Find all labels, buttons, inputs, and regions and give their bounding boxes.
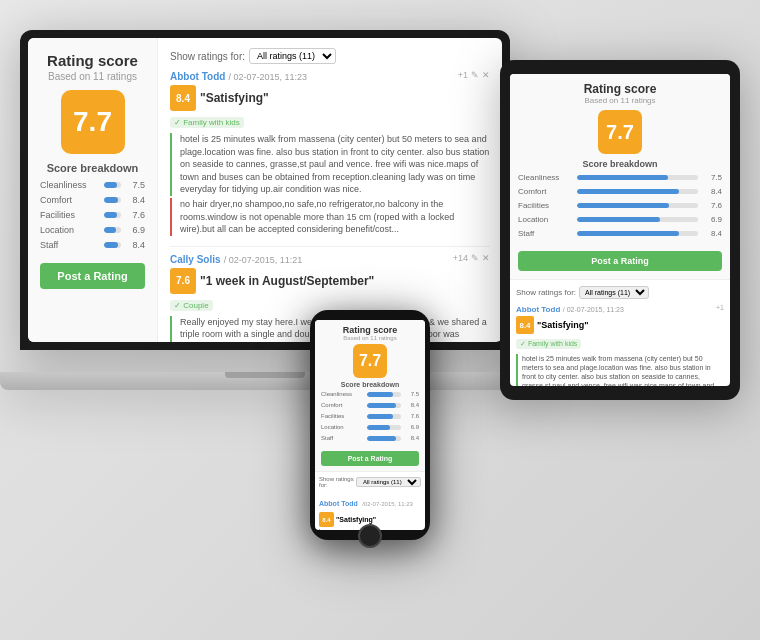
laptop-review2-edit-icon[interactable]: ✎	[471, 253, 479, 263]
phone-r1-header: Abbot Todd /02-07-2015, 11:23	[319, 492, 413, 510]
laptop-review1-tag: ✓ Family with kids	[170, 117, 244, 128]
tablet-r1-title: "Satisfying"	[537, 320, 589, 330]
laptop-bar-bg-staff	[104, 242, 121, 248]
laptop-breakdown-cleanliness: Cleanliness 7.5	[40, 180, 145, 190]
laptop-right-panel: Show ratings for: All ratings (11) Abbot…	[158, 38, 502, 342]
tablet-staff-fill	[577, 231, 679, 236]
laptop-review2-author: Cally Solis	[170, 254, 221, 265]
laptop-breakdown-label-cleanliness: Cleanliness	[40, 180, 100, 190]
laptop-show-ratings-label: Show ratings for:	[170, 51, 245, 62]
laptop-review1-delete-icon[interactable]: ✕	[482, 70, 490, 80]
laptop-review1-edit-icon[interactable]: ✎	[471, 70, 479, 80]
phone-staff-label: Staff	[321, 435, 363, 441]
phone-location-bg	[367, 425, 401, 430]
laptop-breakdown-staff: Staff 8.4	[40, 240, 145, 250]
tablet-comfort-bg	[577, 189, 698, 194]
laptop-review1-vote-icon[interactable]: +1	[458, 70, 468, 80]
tablet-comfort-val: 8.4	[702, 187, 722, 196]
phone-subtitle: Based on 11 ratings	[321, 335, 419, 341]
tablet-location-row: Location 6.9	[518, 215, 722, 224]
phone-cleanliness-fill	[367, 392, 393, 397]
laptop-breakdown-label-staff: Staff	[40, 240, 100, 250]
phone-r1-title: "Satisfying"	[336, 516, 376, 523]
phone-post-button[interactable]: Post a Rating	[321, 451, 419, 466]
phone-filter-select[interactable]: All ratings (11)	[356, 477, 421, 487]
laptop-breakdown-val-comfort: 8.4	[125, 195, 145, 205]
laptop-bar-fill-comfort	[104, 197, 118, 203]
phone-r1-date: /02-07-2015, 11:23	[362, 501, 413, 507]
phone-location-val: 6.9	[405, 424, 419, 430]
laptop-review2-delete-icon[interactable]: ✕	[482, 253, 490, 263]
laptop-breakdown-val-cleanliness: 7.5	[125, 180, 145, 190]
laptop-widget-title: Rating score	[47, 52, 138, 69]
tablet-r1-date: / 02-07-2015, 11:23	[563, 306, 624, 313]
laptop-bar-bg-location	[104, 227, 121, 233]
laptop-bar-bg-facilities	[104, 212, 121, 218]
laptop-bar-fill-staff	[104, 242, 118, 248]
tablet-subtitle: Based on 11 ratings	[518, 96, 722, 105]
tablet-outer: Rating score Based on 11 ratings 7.7 Sco…	[500, 60, 740, 400]
laptop-filter-select[interactable]: All ratings (11)	[249, 48, 336, 64]
laptop-review1-date: / 02-07-2015, 11:23	[228, 72, 307, 82]
laptop-review2-title: "1 week in August/September"	[200, 274, 374, 288]
phone-cleanliness: Cleanliness 7.5	[321, 391, 419, 397]
laptop-breakdown-label-comfort: Comfort	[40, 195, 100, 205]
tablet-facilities-fill	[577, 203, 669, 208]
laptop-review1-negative: no hair dryer,no shampoo,no safe,no refr…	[170, 198, 490, 236]
tablet-location-bg	[577, 217, 698, 222]
phone-score: 7.7	[353, 344, 387, 378]
tablet-cleanliness-row: Cleanliness 7.5	[518, 173, 722, 182]
tablet-staff-row: Staff 8.4	[518, 229, 722, 238]
phone-facilities-bg	[367, 414, 401, 419]
tablet-filter-select[interactable]: All ratings (11)	[579, 286, 649, 299]
laptop-breakdown-val-facilities: 7.6	[125, 210, 145, 220]
laptop-widget-subtitle: Based on 11 ratings	[48, 71, 137, 82]
tablet-comfort-row: Comfort 8.4	[518, 187, 722, 196]
tablet-review1: Abbot Todd / 02-07-2015, 11:23 +1 8.4 "S…	[516, 304, 724, 386]
phone-cleanliness-val: 7.5	[405, 391, 419, 397]
laptop-post-button[interactable]: Post a Rating	[40, 263, 145, 289]
laptop-review1-author: Abbot Todd	[170, 71, 225, 82]
laptop-device: Rating score Based on 11 ratings 7.7 Sco…	[20, 30, 510, 390]
phone-staff: Staff 8.4	[321, 435, 419, 441]
phone-home-button[interactable]	[358, 524, 382, 548]
tablet-facilities-row: Facilities 7.6	[518, 201, 722, 210]
laptop-review2-vote-icon[interactable]: +14	[453, 253, 468, 263]
tablet-post-button[interactable]: Post a Rating	[518, 251, 722, 271]
tablet-r1-header: Abbot Todd / 02-07-2015, 11:23	[516, 304, 624, 314]
tablet-cleanliness-label: Cleanliness	[518, 173, 573, 182]
tablet-title: Rating score	[518, 82, 722, 96]
tablet-facilities-val: 7.6	[702, 201, 722, 210]
phone-location: Location 6.9	[321, 424, 419, 430]
tablet-cleanliness-val: 7.5	[702, 173, 722, 182]
phone-device: Rating score Based on 11 ratings 7.7 Sco…	[310, 310, 430, 540]
laptop-review2-actions: +14 ✎ ✕	[453, 253, 490, 263]
phone-location-label: Location	[321, 424, 363, 430]
tablet-r1-score: 8.4	[516, 316, 534, 334]
tablet-cleanliness-fill	[577, 175, 668, 180]
laptop-breakdown-facilities: Facilities 7.6	[40, 210, 145, 220]
laptop-review1-header: Abbot Todd / 02-07-2015, 11:23	[170, 70, 307, 82]
phone-location-fill	[367, 425, 390, 430]
phone-staff-val: 8.4	[405, 435, 419, 441]
phone-inner: Rating score Based on 11 ratings 7.7 Sco…	[315, 320, 425, 530]
laptop-breakdown-title: Score breakdown	[47, 162, 139, 174]
laptop-review-1: Abbot Todd / 02-07-2015, 11:23 +1 ✎ ✕ 8.…	[170, 70, 490, 247]
tablet-breakdown-title: Score breakdown	[518, 159, 722, 169]
tablet-r1-vote: +1	[716, 304, 724, 314]
laptop-review2-tag: ✓ Couple	[170, 300, 213, 311]
phone-facilities-val: 7.6	[405, 413, 419, 419]
tablet-show-label: Show ratings for:	[516, 288, 576, 297]
laptop-breakdown-location: Location 6.9	[40, 225, 145, 235]
laptop-review1-actions: +1 ✎ ✕	[458, 70, 490, 80]
laptop-screen-inner: Rating score Based on 11 ratings 7.7 Sco…	[28, 38, 502, 342]
phone-comfort-bg	[367, 403, 401, 408]
phone-r1-score: 8.4	[319, 512, 334, 527]
laptop-left-panel: Rating score Based on 11 ratings 7.7 Sco…	[28, 38, 158, 342]
tablet-location-label: Location	[518, 215, 573, 224]
laptop-breakdown-val-staff: 8.4	[125, 240, 145, 250]
tablet-comfort-fill	[577, 189, 679, 194]
laptop-show-ratings-bar: Show ratings for: All ratings (11)	[170, 48, 490, 64]
tablet-cleanliness-bg	[577, 175, 698, 180]
phone-breakdown-title: Score breakdown	[321, 381, 419, 388]
